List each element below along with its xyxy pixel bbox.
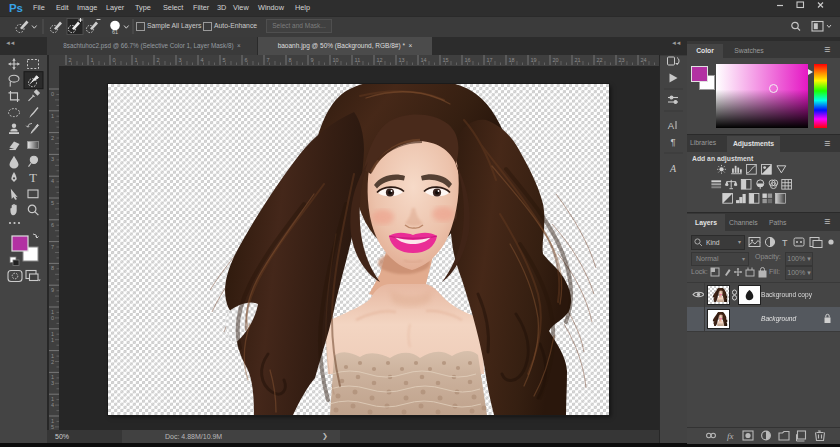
svg-text:24: 24: [641, 57, 647, 63]
svg-text:2: 2: [51, 359, 54, 365]
svg-text:20: 20: [553, 57, 559, 63]
svg-text:4: 4: [51, 402, 54, 408]
svg-text:T: T: [29, 171, 37, 185]
svg-text:1: 1: [135, 57, 138, 63]
svg-text:19: 19: [531, 57, 537, 63]
svg-text:T: T: [782, 238, 788, 248]
svg-text:1: 1: [51, 337, 54, 343]
svg-text:21: 21: [575, 57, 581, 63]
svg-text:A: A: [669, 163, 677, 174]
svg-text:A: A: [668, 120, 675, 131]
svg-text:8: 8: [289, 57, 292, 63]
svg-text:3: 3: [179, 57, 182, 63]
svg-text:11: 11: [355, 57, 361, 63]
svg-text:1: 1: [51, 113, 54, 119]
svg-text:15: 15: [443, 57, 449, 63]
svg-text:12: 12: [377, 57, 383, 63]
svg-text:0: 0: [51, 91, 54, 97]
svg-text:7: 7: [51, 244, 54, 250]
svg-text:2: 2: [51, 135, 54, 141]
svg-text:61: 61: [112, 29, 118, 35]
svg-text:fx: fx: [727, 431, 734, 441]
svg-text:0: 0: [51, 315, 54, 321]
svg-text:5: 5: [51, 200, 54, 206]
svg-text:3: 3: [51, 156, 54, 162]
svg-text:5: 5: [223, 57, 226, 63]
svg-text:14: 14: [421, 57, 427, 63]
svg-text:9: 9: [51, 287, 54, 293]
svg-text:17: 17: [487, 57, 493, 63]
svg-text:8: 8: [51, 265, 54, 271]
svg-text:¶: ¶: [670, 136, 675, 147]
svg-text:23: 23: [619, 57, 625, 63]
svg-text:4: 4: [201, 57, 204, 63]
svg-text:0: 0: [113, 57, 116, 63]
svg-text:22: 22: [597, 57, 603, 63]
svg-text:9: 9: [311, 57, 314, 63]
svg-text:16: 16: [465, 57, 471, 63]
svg-text:18: 18: [509, 57, 515, 63]
svg-text:10: 10: [333, 57, 339, 63]
svg-text:2: 2: [69, 57, 72, 63]
svg-text:6: 6: [245, 57, 248, 63]
svg-text:6: 6: [51, 222, 54, 228]
svg-text:1: 1: [91, 57, 94, 63]
svg-text:7: 7: [267, 57, 270, 63]
svg-text:3: 3: [51, 380, 54, 386]
svg-text:4: 4: [51, 178, 54, 184]
svg-text:13: 13: [399, 57, 405, 63]
svg-text:2: 2: [157, 57, 160, 63]
